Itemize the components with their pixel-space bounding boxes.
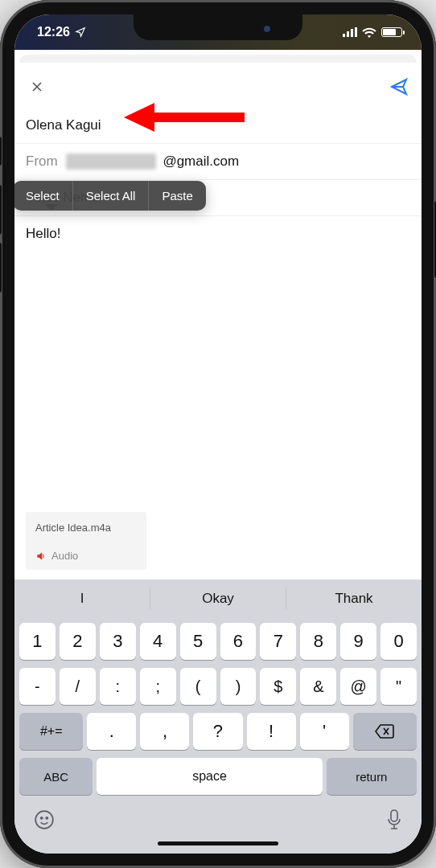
key-abc[interactable]: ABC bbox=[19, 758, 93, 795]
svg-marker-5 bbox=[124, 103, 154, 132]
close-button[interactable] bbox=[26, 76, 48, 98]
close-icon bbox=[29, 79, 45, 95]
to-field[interactable]: Olena Kagui bbox=[14, 108, 422, 144]
key-exclaim[interactable]: ! bbox=[247, 713, 296, 750]
key-2[interactable]: 2 bbox=[60, 623, 96, 660]
body-text: Hello! bbox=[26, 226, 60, 241]
emoji-icon bbox=[34, 809, 55, 830]
key-rparen[interactable]: ) bbox=[220, 668, 257, 705]
attachment-kind: Audio bbox=[51, 550, 78, 562]
keyboard: 1 2 3 4 5 6 7 8 9 0 - / : ; ( ) bbox=[14, 618, 422, 854]
suggestion-2[interactable]: Okay bbox=[150, 591, 286, 607]
status-time: 12:26 bbox=[37, 25, 70, 39]
key-question[interactable]: ? bbox=[193, 713, 242, 750]
from-field[interactable]: From █████████@gmail.com bbox=[14, 144, 422, 180]
text-context-menu: Select Select All Paste bbox=[14, 181, 206, 211]
key-apostrophe[interactable]: ' bbox=[300, 713, 349, 750]
home-indicator[interactable] bbox=[158, 841, 278, 845]
sheet-handle bbox=[19, 55, 417, 63]
suggestion-3[interactable]: Thank bbox=[286, 591, 422, 607]
key-symbols-toggle[interactable]: #+= bbox=[19, 713, 83, 750]
annotation-arrow bbox=[124, 101, 245, 144]
key-at[interactable]: @ bbox=[340, 668, 376, 705]
key-return[interactable]: return bbox=[327, 758, 417, 795]
key-backspace[interactable] bbox=[353, 713, 417, 750]
context-select[interactable]: Select bbox=[14, 181, 73, 211]
battery-icon bbox=[381, 27, 402, 37]
key-comma[interactable]: , bbox=[140, 713, 189, 750]
key-dollar[interactable]: $ bbox=[260, 668, 296, 705]
key-0[interactable]: 0 bbox=[380, 623, 417, 660]
svg-rect-0 bbox=[343, 34, 345, 37]
key-7[interactable]: 7 bbox=[260, 623, 296, 660]
key-lparen[interactable]: ( bbox=[180, 668, 216, 705]
key-6[interactable]: 6 bbox=[220, 623, 257, 660]
key-slash[interactable]: / bbox=[60, 668, 96, 705]
dictation-button[interactable] bbox=[386, 809, 402, 833]
svg-point-6 bbox=[35, 811, 53, 829]
key-amp[interactable]: & bbox=[300, 668, 336, 705]
device-notch bbox=[134, 14, 302, 40]
key-space[interactable]: space bbox=[97, 758, 323, 795]
key-4[interactable]: 4 bbox=[140, 623, 176, 660]
from-label: From bbox=[26, 154, 60, 170]
key-colon[interactable]: : bbox=[100, 668, 136, 705]
key-3[interactable]: 3 bbox=[100, 623, 136, 660]
key-9[interactable]: 9 bbox=[340, 623, 376, 660]
context-paste[interactable]: Paste bbox=[149, 181, 205, 211]
suggestion-1[interactable]: I bbox=[14, 591, 150, 607]
svg-point-7 bbox=[41, 817, 43, 819]
message-body[interactable]: Select Select All Paste Hello! Article I… bbox=[14, 216, 422, 579]
mic-icon bbox=[386, 809, 402, 830]
key-5[interactable]: 5 bbox=[180, 623, 216, 660]
svg-rect-1 bbox=[347, 31, 349, 37]
key-period[interactable]: . bbox=[87, 713, 136, 750]
wifi-icon bbox=[362, 27, 376, 38]
key-dash[interactable]: - bbox=[19, 668, 56, 705]
key-semicolon[interactable]: ; bbox=[140, 668, 176, 705]
context-select-all[interactable]: Select All bbox=[73, 181, 150, 211]
backspace-icon bbox=[375, 724, 394, 739]
to-value: Olena Kagui bbox=[26, 117, 101, 133]
from-domain: @gmail.com bbox=[162, 154, 239, 170]
key-8[interactable]: 8 bbox=[300, 623, 336, 660]
send-button[interactable] bbox=[388, 76, 410, 98]
attachment-filename: Article Idea.m4a bbox=[35, 522, 137, 534]
svg-rect-9 bbox=[391, 810, 397, 821]
quicktype-suggestion-bar: I Okay Thank bbox=[14, 579, 422, 618]
emoji-button[interactable] bbox=[34, 809, 55, 833]
send-icon bbox=[389, 77, 409, 96]
from-masked: █████████ bbox=[66, 154, 156, 170]
location-arrow-icon bbox=[75, 27, 86, 38]
svg-rect-3 bbox=[355, 27, 357, 37]
svg-rect-2 bbox=[351, 29, 353, 37]
svg-point-8 bbox=[46, 817, 47, 819]
audio-icon bbox=[35, 551, 47, 562]
key-quote[interactable]: " bbox=[380, 668, 417, 705]
key-1[interactable]: 1 bbox=[19, 623, 56, 660]
signal-icon bbox=[343, 27, 357, 37]
attachment-card[interactable]: Article Idea.m4a Audio bbox=[26, 512, 146, 570]
